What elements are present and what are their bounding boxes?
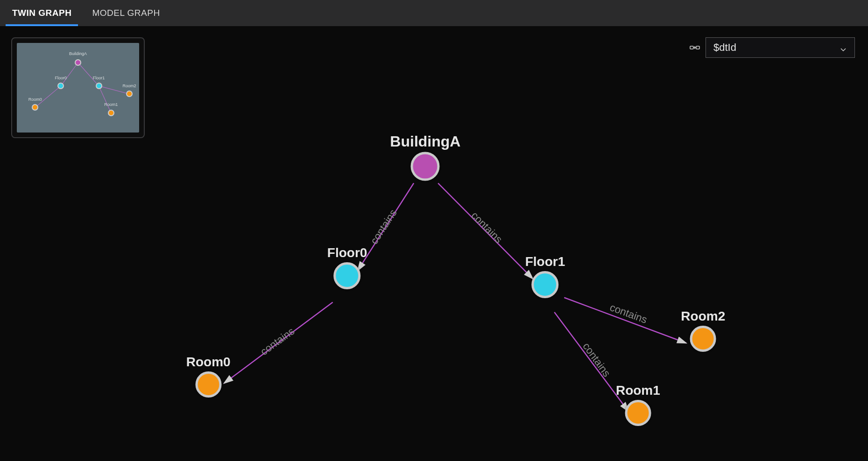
minimap-viewport: BuildingA Floor0 Floor1 Room0 Room1 Room… bbox=[17, 43, 139, 133]
node-circle bbox=[195, 371, 221, 398]
tab-label: TWIN GRAPH bbox=[12, 8, 71, 18]
node-circle bbox=[690, 326, 716, 352]
tab-label: MODEL GRAPH bbox=[92, 8, 160, 18]
edge-label: contains bbox=[580, 341, 613, 379]
node-room1[interactable]: Room1 bbox=[616, 383, 660, 426]
node-label: Room0 bbox=[186, 355, 231, 370]
node-circle bbox=[334, 262, 361, 289]
mini-node-floor0 bbox=[57, 83, 64, 89]
display-property-selector: $dtId bbox=[689, 37, 855, 58]
node-room0[interactable]: Room0 bbox=[186, 355, 231, 398]
tab-model-graph[interactable]: MODEL GRAPH bbox=[82, 0, 170, 26]
display-property-icon bbox=[689, 42, 701, 54]
node-room2[interactable]: Room2 bbox=[681, 309, 725, 352]
dropdown-value: $dtId bbox=[713, 42, 736, 54]
node-label: Floor0 bbox=[327, 245, 367, 260]
node-floor0[interactable]: Floor0 bbox=[327, 245, 367, 289]
node-floor1[interactable]: Floor1 bbox=[525, 254, 565, 298]
svg-rect-0 bbox=[690, 46, 693, 49]
mini-node-room0 bbox=[32, 104, 38, 111]
mini-label: BuildingA bbox=[69, 51, 87, 56]
mini-node-room2 bbox=[126, 91, 133, 97]
node-buildingA[interactable]: BuildingA bbox=[390, 133, 460, 181]
mini-label: Floor1 bbox=[93, 76, 105, 80]
mini-node-room1 bbox=[108, 110, 114, 116]
tab-twin-graph[interactable]: TWIN GRAPH bbox=[2, 0, 82, 26]
edge-label: contains bbox=[469, 210, 504, 245]
mini-node-floor1 bbox=[96, 83, 102, 89]
mini-node-buildingA bbox=[75, 59, 81, 66]
node-label: Room2 bbox=[681, 309, 725, 324]
display-property-dropdown[interactable]: $dtId bbox=[706, 37, 855, 58]
svg-rect-1 bbox=[696, 46, 699, 49]
mini-label: Floor0 bbox=[55, 76, 67, 80]
tab-bar: TWIN GRAPH MODEL GRAPH bbox=[0, 0, 868, 26]
edge-floor1-room2 bbox=[564, 298, 686, 343]
chevron-down-icon bbox=[840, 44, 847, 51]
svg-line-5 bbox=[99, 86, 111, 113]
node-circle bbox=[411, 152, 440, 181]
node-label: Floor1 bbox=[525, 254, 565, 269]
svg-line-3 bbox=[78, 63, 99, 86]
node-circle bbox=[625, 400, 651, 426]
node-label: Room1 bbox=[616, 383, 660, 398]
mini-label: Room0 bbox=[28, 97, 42, 102]
edge-label: contains bbox=[258, 325, 296, 358]
mini-label: Room2 bbox=[123, 84, 136, 88]
node-circle bbox=[531, 271, 558, 298]
node-label: BuildingA bbox=[390, 133, 460, 150]
mini-label: Room1 bbox=[104, 102, 118, 107]
svg-line-2 bbox=[61, 63, 78, 86]
graph-canvas[interactable]: $dtId BuildingA Floor0 Floor1 Roo bbox=[0, 26, 868, 461]
edge-label: contains bbox=[368, 207, 399, 246]
minimap[interactable]: BuildingA Floor0 Floor1 Room0 Room1 Room… bbox=[11, 37, 145, 138]
